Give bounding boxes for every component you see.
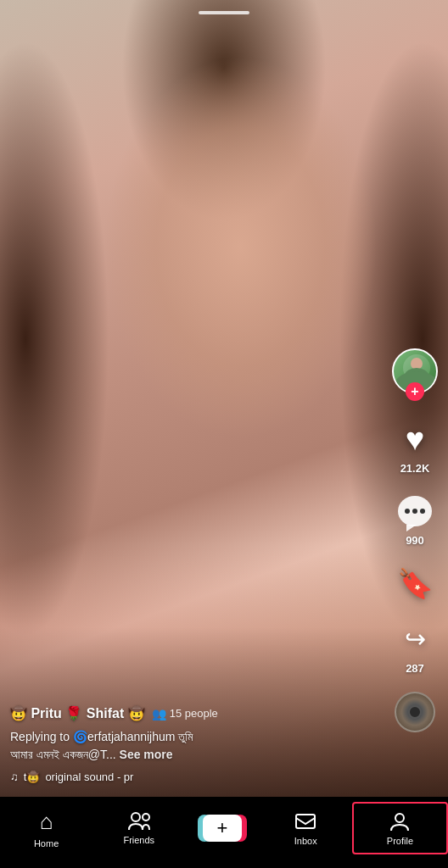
share-action[interactable]: ↪ 287 — [395, 620, 434, 675]
creator-avatar-container[interactable]: + — [392, 348, 438, 403]
comment-icon — [398, 496, 432, 526]
description-line1: Replying to 🌀erfatjahannijhum তুমি — [10, 730, 193, 743]
share-icon-container[interactable]: ↪ — [395, 620, 434, 659]
creator-info-row: 🤠 Pritu 🌹 Shifat 🤠 👥 15 people — [10, 705, 380, 721]
status-pill — [199, 11, 249, 14]
comment-icon-container[interactable] — [395, 492, 434, 531]
comments-action[interactable]: 990 — [395, 492, 434, 547]
music-row[interactable]: ♫ t🤠 original sound - pr — [10, 771, 380, 783]
shares-count: 287 — [406, 662, 424, 675]
friends-icon — [127, 811, 151, 832]
nav-inbox[interactable]: Inbox — [260, 804, 352, 853]
nav-add[interactable]: + — [185, 807, 259, 849]
follow-button[interactable]: + — [406, 382, 424, 401]
add-button-white[interactable]: + — [203, 815, 242, 842]
video-description: Replying to 🌀erfatjahannijhum তুমি আমার … — [10, 728, 380, 764]
likes-count: 21.2K — [400, 462, 430, 475]
creator-name: 🤠 Pritu 🌹 Shifat 🤠 — [10, 705, 145, 721]
people-count-text: 15 people — [170, 707, 218, 720]
status-bar — [0, 0, 448, 25]
home-label: Home — [34, 838, 59, 849]
svg-point-0 — [132, 813, 140, 821]
svg-point-1 — [143, 814, 149, 821]
music-disc-inner — [408, 705, 422, 719]
likes-action[interactable]: ♥ 21.2K — [395, 420, 434, 475]
music-text: original sound - pr — [45, 771, 133, 783]
nav-friends[interactable]: Friends — [92, 804, 185, 852]
svg-point-3 — [395, 814, 404, 822]
music-emoji: t🤠 — [24, 771, 41, 783]
friends-label: Friends — [123, 835, 154, 845]
people-icon: 👥 — [152, 707, 166, 721]
heart-icon: ♥ — [406, 423, 425, 455]
description-line2: আমার এমনই একজন@T... — [10, 748, 116, 761]
music-note-icon: ♫ — [10, 771, 19, 783]
plus-icon: + — [217, 819, 228, 837]
bookmark-action[interactable]: 🔖 — [395, 564, 434, 603]
music-disc[interactable] — [395, 692, 435, 732]
see-more-link[interactable]: See more — [120, 748, 173, 761]
people-count: 👥 15 people — [152, 707, 218, 721]
svg-rect-2 — [296, 815, 315, 828]
profile-label: Profile — [387, 836, 413, 846]
bookmark-icon: 🔖 — [397, 569, 433, 598]
nav-profile[interactable]: Profile — [352, 802, 448, 854]
right-actions-panel: + ♥ 21.2K 990 🔖 ↪ 287 — [392, 348, 438, 732]
bottom-navigation: ⌂ Home Friends + Inbox — [0, 797, 448, 868]
bookmark-icon-container[interactable]: 🔖 — [395, 564, 434, 603]
inbox-icon — [294, 810, 316, 832]
home-icon: ⌂ — [40, 809, 53, 835]
video-content-overlay: 🤠 Pritu 🌹 Shifat 🤠 👥 15 people Replying … — [10, 705, 380, 783]
comments-count: 990 — [406, 534, 424, 547]
profile-icon — [389, 810, 411, 832]
add-button-container[interactable]: + — [203, 814, 242, 843]
heart-icon-container[interactable]: ♥ — [395, 420, 434, 459]
nav-home[interactable]: ⌂ Home — [0, 802, 92, 855]
music-disc-action[interactable] — [395, 692, 435, 732]
share-icon: ↪ — [405, 626, 426, 652]
inbox-label: Inbox — [294, 836, 317, 846]
